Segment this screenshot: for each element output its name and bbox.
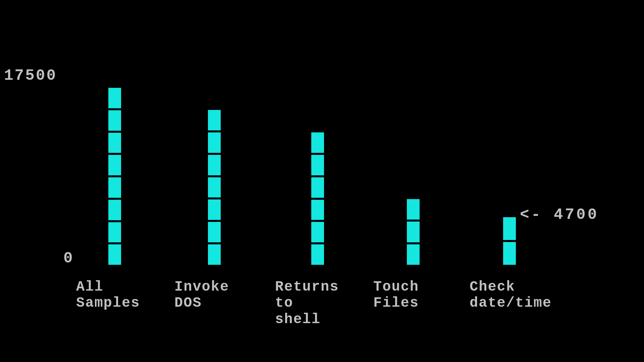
- value-annotation: <- 4700: [520, 206, 599, 224]
- chart-stage: 17500 0 All SamplesInvoke DOSReturns to …: [0, 0, 644, 362]
- y-axis-min-label: 0: [63, 250, 74, 267]
- bar-1: [208, 110, 221, 265]
- category-label-1: Invoke DOS: [174, 279, 229, 311]
- category-label-2: Returns to shell: [275, 279, 339, 327]
- bar-2: [311, 132, 324, 265]
- bar-0: [108, 88, 121, 265]
- category-label-0: All Samples: [76, 279, 140, 311]
- category-label-3: Touch Files: [373, 279, 419, 311]
- bar-3: [407, 199, 420, 265]
- y-axis-max-label: 17500: [4, 67, 57, 84]
- category-label-4: Check date/time: [470, 279, 552, 311]
- bar-4: [503, 217, 516, 265]
